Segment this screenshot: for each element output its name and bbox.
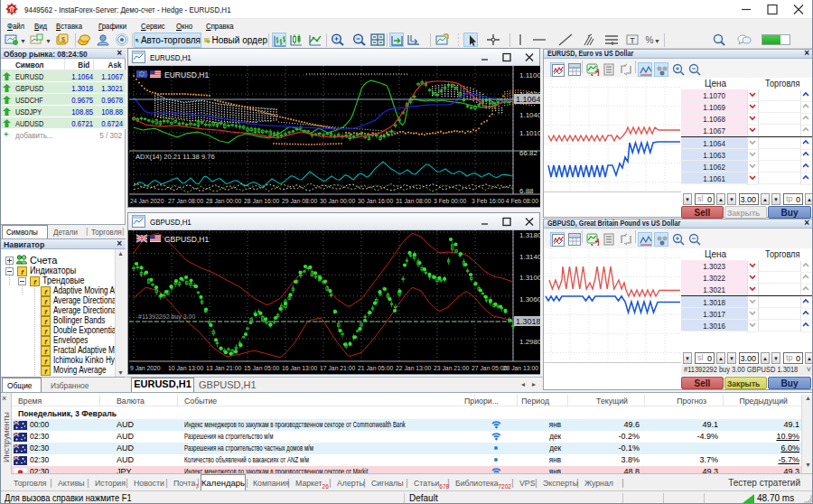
- svg-text:28 Jan 13:00: 28 Jan 13:00: [503, 365, 539, 371]
- svg-text:22 Jan 13:00: 22 Jan 13:00: [396, 365, 432, 371]
- svg-text:1.1040: 1.1040: [519, 111, 540, 119]
- svg-text:24 Jan 2020: 24 Jan 2020: [130, 198, 164, 204]
- svg-text:27 Jan 08:00: 27 Jan 08:00: [168, 198, 204, 204]
- svg-text:66.82: 66.82: [519, 149, 538, 157]
- svg-text:4 Feb 08:00: 4 Feb 08:00: [506, 198, 538, 204]
- svg-text:27 Jan 05:00: 27 Jan 05:00: [472, 365, 508, 371]
- svg-text:$: $: [61, 35, 66, 43]
- svg-text:T: T: [630, 36, 635, 45]
- svg-text:%: %: [646, 35, 654, 45]
- svg-text:1.3140: 1.3140: [519, 253, 540, 261]
- svg-text:1.1010: 1.1010: [519, 129, 540, 137]
- svg-text:1.3100: 1.3100: [519, 274, 540, 282]
- svg-text:21 Jan 05:00: 21 Jan 05:00: [358, 365, 394, 371]
- svg-text:28 Jan 00:00: 28 Jan 00:00: [206, 198, 242, 204]
- svg-text:17 Jan 21:00: 17 Jan 21:00: [320, 365, 356, 371]
- svg-text:15 Jan 05:00: 15 Jan 05:00: [244, 365, 280, 371]
- svg-text:30 Jan 00:00: 30 Jan 00:00: [320, 198, 356, 204]
- svg-text:30 Jan 16:00: 30 Jan 16:00: [358, 198, 394, 204]
- svg-text:31 Jan 08:00: 31 Jan 08:00: [396, 198, 432, 204]
- svg-text:1.1064: 1.1064: [516, 95, 540, 104]
- svg-text:23 Jan 21:00: 23 Jan 21:00: [434, 365, 470, 371]
- svg-text:16 Jan 13:00: 16 Jan 13:00: [282, 365, 318, 371]
- svg-text:28 Jan 16:00: 28 Jan 16:00: [244, 198, 280, 204]
- svg-text:10 Jan 13:00: 10 Jan 13:00: [168, 365, 204, 371]
- svg-text:3 Feb 00:00: 3 Feb 00:00: [434, 198, 466, 204]
- svg-text:GBPUSD,H1: GBPUSD,H1: [164, 235, 209, 244]
- svg-text:29 Jan 08:00: 29 Jan 08:00: [282, 198, 318, 204]
- svg-text:1.3060: 1.3060: [519, 295, 540, 303]
- svg-text:ADX(14) 20.21 11.38 9.76: ADX(14) 20.21 11.38 9.76: [136, 153, 215, 161]
- svg-text:1.1100: 1.1100: [519, 71, 540, 79]
- svg-text:9 Jan 2020: 9 Jan 2020: [130, 365, 161, 371]
- svg-text:6.88: 6.88: [519, 187, 534, 195]
- svg-text:#11392292 buy 3.00: #11392292 buy 3.00: [138, 313, 195, 321]
- svg-text:13 Jan 21:00: 13 Jan 21:00: [206, 365, 242, 371]
- svg-text:1.3180: 1.3180: [519, 231, 540, 239]
- svg-text:EURUSD,H1: EURUSD,H1: [164, 70, 209, 79]
- svg-text:1.3018: 1.3018: [516, 317, 540, 326]
- svg-text:1.2980: 1.2980: [519, 338, 540, 346]
- svg-text:3 Feb 16:00: 3 Feb 16:00: [472, 198, 504, 204]
